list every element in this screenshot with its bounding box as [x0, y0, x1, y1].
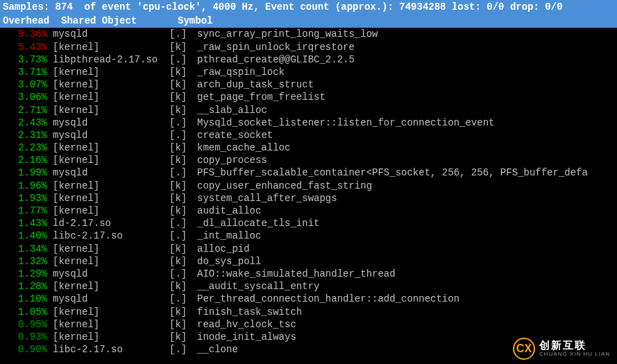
symbol-kind: [k] [169, 205, 197, 217]
overhead-value: 1.93% [3, 192, 53, 205]
symbol-name: Mysqld_socket_listener::listen_for_conne… [197, 116, 614, 129]
overhead-value: 3.73% [3, 53, 53, 66]
shared-object: [kernel] [53, 141, 169, 154]
symbol-kind: [k] [169, 243, 197, 255]
perf-row[interactable]: 3.73%libpthread-2.17.so[.]pthread_create… [0, 53, 617, 66]
perf-row[interactable]: 9.36%mysqld[.]sync_array_print_long_wait… [0, 28, 617, 40]
symbol-name: finish_task_switch [197, 306, 614, 318]
watermark-logo-icon: CX [513, 338, 535, 360]
symbol-kind: [.] [169, 217, 197, 229]
symbol-name: audit_alloc [197, 205, 614, 217]
symbol-name: get_page_from_freelist [197, 91, 614, 103]
perf-row[interactable]: 1.28%[kernel][k]__audit_syscall_entry [0, 280, 617, 293]
shared-object: ld-2.17.so [53, 217, 169, 229]
overhead-value: 0.90% [3, 343, 53, 356]
shared-object: [kernel] [53, 104, 169, 116]
perf-row[interactable]: 1.29%mysqld[.]AIO::wake_simulated_handle… [0, 268, 617, 280]
overhead-value: 3.06% [3, 91, 53, 103]
perf-header-summary: Samples: 874 of event 'cpu-clock', 4000 … [0, 0, 617, 14]
perf-row[interactable]: 1.05%[kernel][k]finish_task_switch [0, 306, 617, 318]
overhead-value: 2.16% [3, 154, 53, 166]
symbol-kind: [.] [169, 28, 197, 40]
perf-row[interactable]: 3.71%[kernel][k]_raw_qspin_lock [0, 66, 617, 78]
symbol-name: copy_process [197, 154, 614, 166]
perf-row[interactable]: 1.43%ld-2.17.so[.]_dl_allocate_tls_init [0, 217, 617, 229]
perf-row[interactable]: 2.43%mysqld[.]Mysqld_socket_listener::li… [0, 116, 617, 129]
overhead-value: 0.95% [3, 318, 53, 331]
symbol-name: copy_user_enhanced_fast_string [197, 180, 614, 192]
symbol-kind: [k] [169, 91, 197, 103]
overhead-value: 2.31% [3, 129, 53, 141]
perf-row[interactable]: 1.34%[kernel][k]alloc_pid [0, 243, 617, 255]
perf-row[interactable]: 5.43%[kernel][k]_raw_spin_unlock_irqrest… [0, 41, 617, 53]
shared-object: [kernel] [53, 318, 169, 331]
overhead-value: 1.29% [3, 268, 53, 280]
shared-object: libpthread-2.17.so [53, 53, 169, 66]
symbol-name: alloc_pid [197, 243, 614, 255]
overhead-value: 1.96% [3, 180, 53, 192]
perf-row[interactable]: 1.96%[kernel][k]copy_user_enhanced_fast_… [0, 180, 617, 192]
symbol-kind: [k] [169, 66, 197, 78]
watermark-text: 创新互联 CHUANG XIN HU LIAN [539, 340, 610, 357]
perf-row[interactable]: 2.71%[kernel][k]__slab_alloc [0, 104, 617, 116]
shared-object: [kernel] [53, 331, 169, 343]
perf-row[interactable]: 1.40%libc-2.17.so[.]_int_malloc [0, 229, 617, 242]
shared-object: mysqld [53, 116, 169, 129]
shared-object: mysqld [53, 268, 169, 280]
symbol-name: Per_thread_connection_handler::add_conne… [197, 293, 614, 305]
perf-row[interactable]: 2.23%[kernel][k]kmem_cache_alloc [0, 141, 617, 154]
shared-object: [kernel] [53, 205, 169, 217]
symbol-kind: [k] [169, 192, 197, 205]
perf-row[interactable]: 1.77%[kernel][k]audit_alloc [0, 205, 617, 217]
perf-row[interactable]: 2.16%[kernel][k]copy_process [0, 154, 617, 166]
symbol-name: do_sys_poll [197, 255, 614, 268]
col-symbol: Symbol [178, 15, 212, 26]
perf-row[interactable]: 1.10%mysqld[.]Per_thread_connection_hand… [0, 293, 617, 305]
overhead-value: 1.77% [3, 205, 53, 217]
overhead-value: 0.93% [3, 331, 53, 343]
shared-object: [kernel] [53, 78, 169, 91]
shared-object: [kernel] [53, 91, 169, 103]
shared-object: [kernel] [53, 306, 169, 318]
overhead-value: 9.36% [3, 28, 53, 40]
perf-row[interactable]: 2.31%mysqld[.]create_socket [0, 129, 617, 141]
symbol-kind: [k] [169, 255, 197, 268]
perf-row[interactable]: 0.95%[kernel][k]read_hv_clock_tsc [0, 318, 617, 331]
perf-row[interactable]: 3.06%[kernel][k]get_page_from_freelist [0, 91, 617, 103]
symbol-name: __slab_alloc [197, 104, 614, 116]
overhead-value: 1.34% [3, 243, 53, 255]
overhead-value: 1.10% [3, 293, 53, 305]
overhead-value: 1.99% [3, 166, 53, 179]
symbol-kind: [.] [169, 268, 197, 280]
shared-object: [kernel] [53, 66, 169, 78]
overhead-value: 2.23% [3, 141, 53, 154]
col-shared: Shared Object [61, 15, 137, 26]
shared-object: [kernel] [53, 243, 169, 255]
symbol-kind: [k] [169, 180, 197, 192]
symbol-kind: [.] [169, 293, 197, 305]
overhead-value: 2.71% [3, 104, 53, 116]
perf-row[interactable]: 1.99%mysqld[.]PFS_buffer_scalable_contai… [0, 166, 617, 179]
perf-row[interactable]: 1.93%[kernel][k]system_call_after_swapgs [0, 192, 617, 205]
symbol-kind: [.] [169, 229, 197, 242]
perf-header-columns: Overhead Shared Object Symbol [0, 14, 617, 28]
col-overhead: Overhead [3, 15, 49, 26]
symbol-name: _dl_allocate_tls_init [197, 217, 614, 229]
overhead-value: 1.05% [3, 306, 53, 318]
watermark-sub-text: CHUANG XIN HU LIAN [539, 352, 610, 358]
symbol-kind: [k] [169, 306, 197, 318]
shared-object: mysqld [53, 129, 169, 141]
perf-row[interactable]: 3.07%[kernel][k]arch_dup_task_struct [0, 78, 617, 91]
symbol-name: create_socket [197, 129, 614, 141]
symbol-name: _raw_spin_unlock_irqrestore [197, 41, 614, 53]
symbol-kind: [.] [169, 53, 197, 66]
symbol-kind: [.] [169, 129, 197, 141]
symbol-name: _raw_qspin_lock [197, 66, 614, 78]
symbol-kind: [.] [169, 166, 197, 179]
overhead-value: 1.28% [3, 280, 53, 293]
symbol-name: system_call_after_swapgs [197, 192, 614, 205]
overhead-value: 2.43% [3, 116, 53, 129]
perf-row[interactable]: 1.32%[kernel][k]do_sys_poll [0, 255, 617, 268]
shared-object: [kernel] [53, 192, 169, 205]
overhead-value: 1.43% [3, 217, 53, 229]
